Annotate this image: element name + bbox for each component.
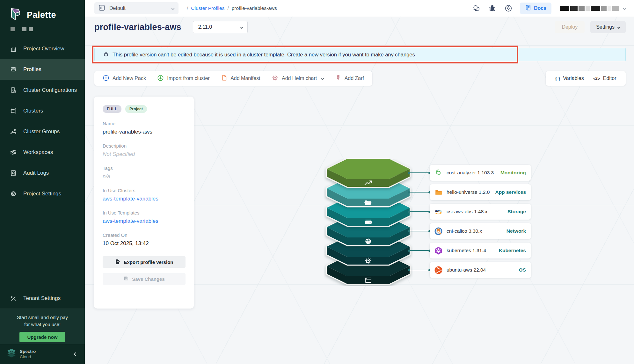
folder-icon — [434, 188, 443, 197]
helm-wheel-icon — [365, 258, 371, 264]
palette-logo-icon — [9, 7, 22, 23]
field-description: Description Not Specified — [103, 143, 186, 157]
chevron-down-icon — [623, 7, 626, 10]
add-manifest-button[interactable]: Add Manifest — [221, 75, 260, 82]
banner-text: This profile version can't be edited bec… — [113, 52, 415, 58]
profile-stack-area: cost-analyzer 1.103.3 Monitoring hello-u… — [319, 159, 539, 293]
kubernetes-icon — [434, 246, 443, 255]
readonly-banner: This profile version can't be edited bec… — [94, 48, 626, 61]
chevron-down-icon — [240, 25, 243, 29]
book-icon — [525, 4, 531, 12]
field-in-use-templates: In Use Templates aws-template-variables — [103, 210, 186, 224]
title-bar: profile-variables-aws 2.11.0 Deploy Sett… — [85, 17, 634, 38]
sidebar-item-tenant-settings[interactable]: Tenant Settings — [0, 288, 85, 309]
sidebar-item-project-settings[interactable]: Project Settings — [0, 183, 85, 204]
top-bar: Default / Cluster Profiles / profile-var… — [85, 0, 634, 17]
page-title: profile-variables-aws — [94, 22, 181, 32]
redacted-tenant-label — [11, 27, 33, 31]
connector-line — [409, 231, 430, 231]
save-icon — [123, 276, 129, 282]
spectro-cloud-brand: Spectro Cloud — [20, 349, 36, 360]
top-icons: Docs — [472, 3, 626, 14]
layers-stack-icon — [10, 66, 17, 73]
pack-card-cni-calico[interactable]: cni-calico 3.30.x Network — [430, 223, 531, 239]
add-zarf-button[interactable]: Add Zarf — [335, 75, 364, 82]
pack-card-kubernetes[interactable]: kubernetes 1.31.4 Kubernetes — [430, 243, 531, 258]
breadcrumb-link-cluster-profiles[interactable]: Cluster Profiles — [191, 5, 224, 11]
aws-icon: aws — [434, 207, 443, 216]
compass-icon[interactable] — [504, 4, 513, 13]
sidebar-item-profiles[interactable]: Profiles — [0, 59, 85, 80]
layer-stack — [324, 159, 413, 286]
collapse-sidebar-button[interactable] — [74, 351, 77, 357]
sidebar: Palette Project Overview Profiles Clus — [0, 0, 85, 364]
chevron-down-icon — [171, 7, 175, 10]
project-selector-label: Default — [109, 5, 126, 11]
orbit-icon — [10, 149, 17, 156]
ubuntu-icon — [434, 266, 443, 274]
main-area: Default / Cluster Profiles / profile-var… — [85, 0, 634, 364]
connector-line — [409, 172, 430, 173]
pack-card-hello-universe[interactable]: hello-universe 1.2.0 App services — [430, 184, 531, 200]
in-use-cluster-link[interactable]: aws-template-variables — [103, 196, 186, 202]
version-select[interactable]: 2.11.0 — [193, 21, 248, 33]
upgrade-message: Start small and only pay for what you us… — [0, 314, 85, 328]
document-check-icon — [10, 86, 17, 94]
breadcrumb: / Cluster Profiles / profile-variables-a… — [187, 5, 277, 11]
deploy-button[interactable]: Deploy — [555, 21, 585, 33]
field-created-on: Created On 10 Oct 2025, 13:42 — [103, 232, 186, 247]
stack-layer-monitoring[interactable] — [327, 159, 410, 187]
bug-report-icon[interactable] — [488, 4, 497, 13]
field-tags: Tags n/a — [103, 165, 186, 180]
field-name: Name profile-variables-aws — [103, 121, 186, 135]
field-in-use-clusters: In Use Clusters aws-template-variables — [103, 188, 186, 202]
breadcrumb-current: profile-variables-aws — [232, 5, 277, 11]
view-toggle-card: { } Variables </> Editor — [546, 71, 626, 86]
badge-full: FULL — [103, 105, 121, 113]
upgrade-now-button[interactable]: Upgrade now — [19, 332, 65, 342]
spectro-cloud-logo-icon — [6, 349, 17, 360]
project-selector[interactable]: Default — [94, 2, 179, 14]
import-arrow-icon — [157, 75, 164, 83]
connector-line — [409, 250, 430, 251]
connector-line — [409, 270, 430, 270]
chevron-down-icon — [321, 77, 324, 80]
sidebar-item-clusters[interactable]: Clusters — [0, 100, 85, 121]
sidebar-item-project-overview[interactable]: Project Overview — [0, 38, 85, 59]
plus-circle-icon — [103, 75, 109, 83]
sidebar-item-audit-logs[interactable]: Audit Logs — [0, 163, 85, 183]
sidebar-item-cluster-groups[interactable]: Cluster Groups — [0, 121, 85, 142]
user-account-menu[interactable] — [560, 6, 626, 11]
variables-button[interactable]: { } Variables — [555, 76, 584, 81]
lock-icon — [103, 51, 109, 58]
sidebar-item-cluster-configurations[interactable]: Cluster Configurations — [0, 80, 85, 100]
braces-icon: { } — [555, 76, 560, 81]
add-new-pack-button[interactable]: Add New Pack — [103, 75, 146, 83]
node-graph-icon — [10, 128, 17, 135]
tools-icon — [10, 295, 17, 302]
doc-magnifier-icon — [10, 169, 17, 177]
docs-button[interactable]: Docs — [520, 3, 551, 14]
profile-badges: FULL Project — [103, 105, 186, 113]
add-helm-chart-button[interactable]: Add Helm chart — [272, 74, 324, 83]
import-from-cluster-button[interactable]: Import from cluster — [157, 75, 209, 83]
manifest-file-icon — [221, 75, 227, 82]
helm-wheel-icon — [272, 74, 279, 83]
pack-card-cost-analyzer[interactable]: cost-analyzer 1.103.3 Monitoring — [430, 165, 531, 181]
brand-name: Palette — [27, 10, 56, 20]
save-changes-button[interactable]: Save Changes — [103, 273, 186, 285]
pack-card-csi-aws-ebs[interactable]: aws csi-aws-ebs 1.48.x Storage — [430, 204, 531, 220]
editor-button[interactable]: </> Editor — [593, 76, 616, 81]
code-icon: </> — [593, 76, 600, 81]
export-profile-version-button[interactable]: Export profile version — [103, 256, 186, 268]
bar-chart-icon — [10, 45, 17, 53]
in-use-template-link[interactable]: aws-template-variables — [103, 218, 186, 224]
settings-button[interactable]: Settings — [590, 21, 626, 33]
pack-toolbar: Add New Pack Import from cluster Add Man… — [94, 71, 372, 86]
palette-console: Palette Project Overview Profiles Clus — [0, 0, 634, 364]
kubecost-icon — [434, 169, 443, 177]
chat-icon[interactable] — [472, 4, 481, 13]
pack-card-ubuntu-aws[interactable]: ubuntu-aws 22.04 OS — [430, 262, 531, 278]
badge-project: Project — [125, 105, 147, 113]
sidebar-item-workspaces[interactable]: Workspaces — [0, 142, 85, 163]
